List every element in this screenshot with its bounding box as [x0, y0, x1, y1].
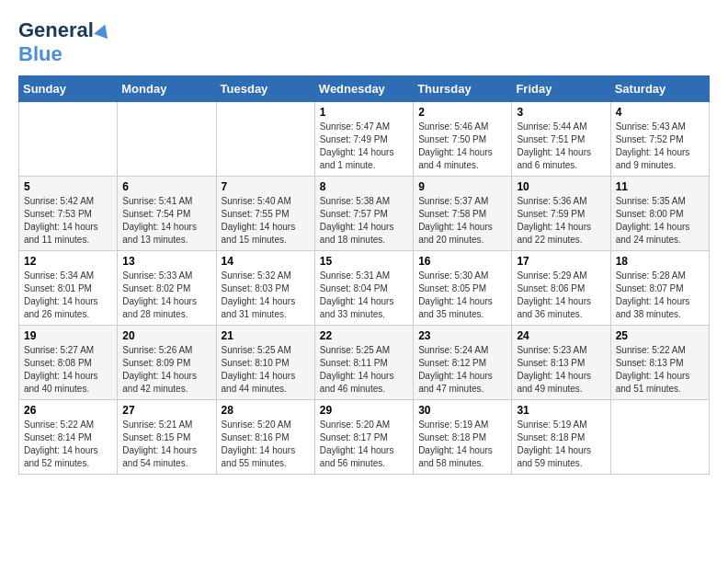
calendar-cell: 23Sunrise: 5:24 AM Sunset: 8:12 PM Dayli… — [414, 326, 512, 400]
logo-triangle-icon — [94, 22, 112, 40]
calendar-cell: 25Sunrise: 5:22 AM Sunset: 8:13 PM Dayli… — [610, 326, 709, 400]
day-info: Sunrise: 5:40 AM Sunset: 7:55 PM Dayligh… — [222, 195, 310, 247]
day-number: 28 — [222, 404, 310, 417]
day-info: Sunrise: 5:44 AM Sunset: 7:51 PM Dayligh… — [517, 121, 605, 172]
day-info: Sunrise: 5:46 AM Sunset: 7:50 PM Dayligh… — [418, 121, 506, 172]
calendar-cell: 12Sunrise: 5:34 AM Sunset: 8:01 PM Dayli… — [19, 251, 118, 326]
day-number: 9 — [418, 180, 506, 193]
calendar-cell: 17Sunrise: 5:29 AM Sunset: 8:06 PM Dayli… — [512, 251, 610, 326]
day-info: Sunrise: 5:27 AM Sunset: 8:08 PM Dayligh… — [24, 344, 112, 396]
day-number: 12 — [24, 255, 112, 268]
day-number: 8 — [320, 180, 408, 193]
page-header: General Blue — [18, 18, 710, 66]
day-number: 2 — [418, 106, 506, 119]
logo-text-general: General — [18, 18, 94, 42]
day-number: 19 — [24, 329, 112, 342]
day-number: 30 — [418, 404, 506, 417]
day-info: Sunrise: 5:35 AM Sunset: 8:00 PM Dayligh… — [616, 195, 704, 247]
logo-text-blue: Blue — [18, 42, 63, 65]
calendar-cell: 8Sunrise: 5:38 AM Sunset: 7:57 PM Daylig… — [314, 177, 413, 251]
day-info: Sunrise: 5:38 AM Sunset: 7:57 PM Dayligh… — [320, 195, 408, 247]
day-info: Sunrise: 5:42 AM Sunset: 7:53 PM Dayligh… — [24, 195, 112, 247]
day-info: Sunrise: 5:20 AM Sunset: 8:17 PM Dayligh… — [320, 419, 408, 470]
day-number: 16 — [418, 255, 506, 268]
calendar-cell: 29Sunrise: 5:20 AM Sunset: 8:17 PM Dayli… — [314, 400, 413, 475]
day-info: Sunrise: 5:22 AM Sunset: 8:14 PM Dayligh… — [24, 419, 112, 470]
day-info: Sunrise: 5:32 AM Sunset: 8:03 PM Dayligh… — [222, 270, 310, 321]
day-info: Sunrise: 5:41 AM Sunset: 7:54 PM Dayligh… — [122, 195, 210, 247]
day-info: Sunrise: 5:26 AM Sunset: 8:09 PM Dayligh… — [122, 344, 210, 396]
calendar-cell: 7Sunrise: 5:40 AM Sunset: 7:55 PM Daylig… — [216, 177, 314, 251]
calendar-cell: 31Sunrise: 5:19 AM Sunset: 8:18 PM Dayli… — [512, 400, 610, 475]
logo: General Blue — [18, 18, 110, 66]
day-number: 14 — [222, 255, 310, 268]
day-number: 11 — [616, 180, 704, 193]
calendar-cell: 22Sunrise: 5:25 AM Sunset: 8:11 PM Dayli… — [314, 326, 413, 400]
weekday-header-tuesday: Tuesday — [216, 76, 314, 102]
day-info: Sunrise: 5:19 AM Sunset: 8:18 PM Dayligh… — [418, 419, 506, 470]
day-info: Sunrise: 5:33 AM Sunset: 8:02 PM Dayligh… — [122, 270, 210, 321]
day-number: 7 — [222, 180, 310, 193]
calendar-week-row: 12Sunrise: 5:34 AM Sunset: 8:01 PM Dayli… — [19, 251, 710, 326]
calendar-cell — [216, 102, 314, 177]
calendar-cell: 21Sunrise: 5:25 AM Sunset: 8:10 PM Dayli… — [216, 326, 314, 400]
day-info: Sunrise: 5:36 AM Sunset: 7:59 PM Dayligh… — [517, 195, 605, 247]
day-info: Sunrise: 5:47 AM Sunset: 7:49 PM Dayligh… — [320, 121, 408, 172]
calendar-cell: 20Sunrise: 5:26 AM Sunset: 8:09 PM Dayli… — [118, 326, 216, 400]
day-info: Sunrise: 5:34 AM Sunset: 8:01 PM Dayligh… — [24, 270, 112, 321]
day-info: Sunrise: 5:25 AM Sunset: 8:10 PM Dayligh… — [222, 344, 310, 396]
day-number: 10 — [517, 180, 605, 193]
calendar-cell: 19Sunrise: 5:27 AM Sunset: 8:08 PM Dayli… — [19, 326, 118, 400]
weekday-header-monday: Monday — [118, 76, 216, 102]
day-info: Sunrise: 5:20 AM Sunset: 8:16 PM Dayligh… — [222, 419, 310, 470]
day-number: 18 — [616, 255, 704, 268]
day-number: 27 — [122, 404, 210, 417]
day-number: 4 — [616, 106, 704, 119]
day-number: 31 — [517, 404, 605, 417]
day-number: 24 — [517, 329, 605, 342]
calendar-cell: 16Sunrise: 5:30 AM Sunset: 8:05 PM Dayli… — [414, 251, 512, 326]
calendar-cell: 15Sunrise: 5:31 AM Sunset: 8:04 PM Dayli… — [314, 251, 413, 326]
day-info: Sunrise: 5:29 AM Sunset: 8:06 PM Dayligh… — [517, 270, 605, 321]
day-info: Sunrise: 5:37 AM Sunset: 7:58 PM Dayligh… — [418, 195, 506, 247]
day-info: Sunrise: 5:19 AM Sunset: 8:18 PM Dayligh… — [517, 419, 605, 470]
calendar-cell: 11Sunrise: 5:35 AM Sunset: 8:00 PM Dayli… — [610, 177, 709, 251]
weekday-header-row: SundayMondayTuesdayWednesdayThursdayFrid… — [19, 76, 710, 102]
day-info: Sunrise: 5:22 AM Sunset: 8:13 PM Dayligh… — [616, 344, 704, 396]
day-info: Sunrise: 5:30 AM Sunset: 8:05 PM Dayligh… — [418, 270, 506, 321]
day-info: Sunrise: 5:25 AM Sunset: 8:11 PM Dayligh… — [320, 344, 408, 396]
day-number: 26 — [24, 404, 112, 417]
calendar-week-row: 1Sunrise: 5:47 AM Sunset: 7:49 PM Daylig… — [19, 102, 710, 177]
weekday-header-sunday: Sunday — [19, 76, 118, 102]
calendar-cell: 5Sunrise: 5:42 AM Sunset: 7:53 PM Daylig… — [19, 177, 118, 251]
day-number: 21 — [222, 329, 310, 342]
weekday-header-saturday: Saturday — [610, 76, 709, 102]
calendar-cell: 24Sunrise: 5:23 AM Sunset: 8:13 PM Dayli… — [512, 326, 610, 400]
calendar-cell: 14Sunrise: 5:32 AM Sunset: 8:03 PM Dayli… — [216, 251, 314, 326]
calendar-week-row: 5Sunrise: 5:42 AM Sunset: 7:53 PM Daylig… — [19, 177, 710, 251]
weekday-header-friday: Friday — [512, 76, 610, 102]
calendar-cell — [118, 102, 216, 177]
day-number: 5 — [24, 180, 112, 193]
calendar-cell — [610, 400, 709, 475]
calendar-cell: 1Sunrise: 5:47 AM Sunset: 7:49 PM Daylig… — [314, 102, 413, 177]
calendar-table: SundayMondayTuesdayWednesdayThursdayFrid… — [18, 75, 710, 475]
calendar-cell — [19, 102, 118, 177]
calendar-cell: 9Sunrise: 5:37 AM Sunset: 7:58 PM Daylig… — [414, 177, 512, 251]
weekday-header-thursday: Thursday — [414, 76, 512, 102]
day-number: 1 — [320, 106, 408, 119]
calendar-cell: 3Sunrise: 5:44 AM Sunset: 7:51 PM Daylig… — [512, 102, 610, 177]
day-number: 29 — [320, 404, 408, 417]
day-info: Sunrise: 5:23 AM Sunset: 8:13 PM Dayligh… — [517, 344, 605, 396]
day-number: 13 — [122, 255, 210, 268]
day-info: Sunrise: 5:24 AM Sunset: 8:12 PM Dayligh… — [418, 344, 506, 396]
calendar-cell: 30Sunrise: 5:19 AM Sunset: 8:18 PM Dayli… — [414, 400, 512, 475]
calendar-cell: 6Sunrise: 5:41 AM Sunset: 7:54 PM Daylig… — [118, 177, 216, 251]
day-info: Sunrise: 5:31 AM Sunset: 8:04 PM Dayligh… — [320, 270, 408, 321]
calendar-cell: 18Sunrise: 5:28 AM Sunset: 8:07 PM Dayli… — [610, 251, 709, 326]
day-info: Sunrise: 5:28 AM Sunset: 8:07 PM Dayligh… — [616, 270, 704, 321]
calendar-cell: 2Sunrise: 5:46 AM Sunset: 7:50 PM Daylig… — [414, 102, 512, 177]
calendar-cell: 10Sunrise: 5:36 AM Sunset: 7:59 PM Dayli… — [512, 177, 610, 251]
calendar-cell: 27Sunrise: 5:21 AM Sunset: 8:15 PM Dayli… — [118, 400, 216, 475]
day-number: 17 — [517, 255, 605, 268]
